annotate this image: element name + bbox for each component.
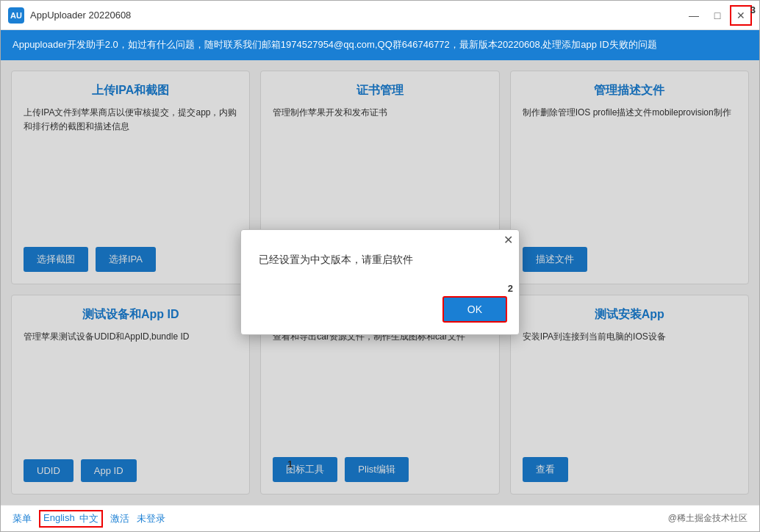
minimize-button[interactable]: — xyxy=(683,5,705,26)
close-button[interactable]: ✕ xyxy=(730,5,752,26)
footer-notlogged-link[interactable]: 未登录 xyxy=(137,512,165,525)
title-bar: AU AppUploader 20220608 — □ ✕ xyxy=(1,1,759,30)
banner: Appuploader开发助手2.0，如过有什么问题，随时联系我们邮箱19745… xyxy=(1,30,759,60)
footer-activate-link[interactable]: 激活 xyxy=(110,512,129,525)
banner-text: Appuploader开发助手2.0，如过有什么问题，随时联系我们邮箱19745… xyxy=(12,39,657,50)
ok-btn-wrapper: 2 OK xyxy=(442,296,507,323)
dialog-close-button[interactable]: ✕ xyxy=(503,234,513,246)
main-content: 上传IPA和截图 上传IPA文件到苹果商店以便审核提交，提交app，内购和排行榜… xyxy=(1,60,759,505)
footer-chinese-link[interactable]: 中文 xyxy=(79,512,98,525)
dialog-ok-button[interactable]: OK xyxy=(442,296,507,323)
footer-copyright: @稀土掘金技术社区 xyxy=(668,512,748,525)
dialog-footer: 2 OK xyxy=(241,296,519,334)
dialog-header: ✕ xyxy=(241,230,519,246)
ok-badge: 2 xyxy=(508,283,513,294)
window-title: AppUploader 20220608 xyxy=(30,10,683,21)
footer-english-link[interactable]: English xyxy=(43,512,75,525)
close-badge: 3 xyxy=(750,4,756,15)
footer: 菜单 English 中文 激活 未登录 @稀土掘金技术社区 xyxy=(1,505,759,531)
footer-menu-link[interactable]: 菜单 xyxy=(12,512,32,525)
dialog-message: 已经设置为中文版本，请重启软件 xyxy=(259,254,501,267)
footer-links: 菜单 English 中文 激活 未登录 xyxy=(12,510,165,528)
maximize-button[interactable]: □ xyxy=(706,5,728,26)
footer-lang-group: English 中文 xyxy=(39,510,103,528)
dialog-body: 已经设置为中文版本，请重启软件 xyxy=(241,246,519,296)
window-controls: — □ ✕ xyxy=(683,5,752,26)
dialog: ✕ 已经设置为中文版本，请重启软件 2 OK xyxy=(240,229,520,335)
app-window: AU AppUploader 20220608 — □ ✕ 3 Appuploa… xyxy=(0,0,760,532)
app-logo: AU xyxy=(8,7,24,24)
dialog-overlay: ✕ 已经设置为中文版本，请重启软件 2 OK xyxy=(1,60,759,505)
